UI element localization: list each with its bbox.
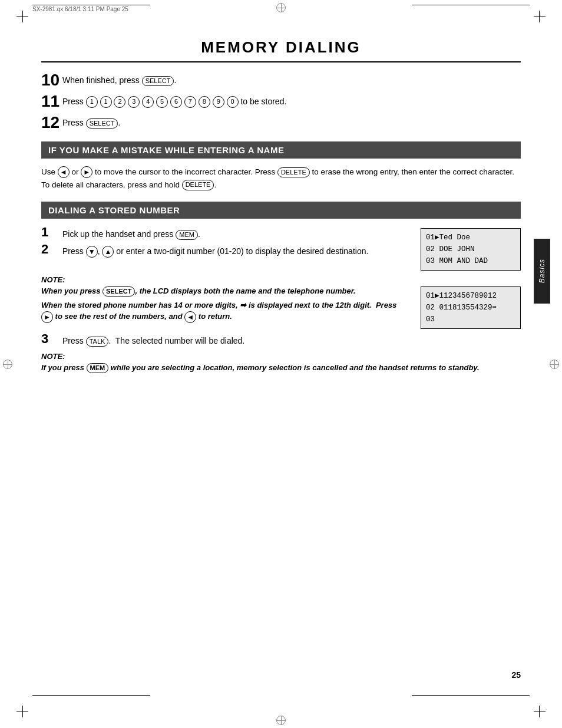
lcd-displays: 01▶Ted Doe 02 DOE JOHN 03 MOM AND DAD: [421, 228, 521, 271]
left-arrow-note: ◄: [184, 311, 196, 323]
dialing-step-2: 2 Press ▼, ▲ or enter a two-digit number…: [41, 243, 406, 258]
main-content: MEMORY DIALING 10 When finished, press S…: [41, 32, 521, 687]
sidebar-tab: Basics: [534, 239, 550, 304]
lcd-display-2-wrapper: 01▶1123456789012 02 011813554329➡ 03: [421, 286, 521, 329]
lcd-display-1: 01▶Ted Doe 02 DOE JOHN 03 MOM AND DAD: [421, 228, 521, 271]
key-3: 3: [128, 96, 140, 108]
mem-key-1: MEM: [176, 230, 198, 240]
dialing-step-1-content: Pick up the handset and press MEM.: [62, 226, 406, 241]
up-arrow-key: ▲: [102, 246, 114, 258]
note1-text-col: When you press SELECT, the LCD displays …: [41, 285, 406, 323]
dialing-step-3-content: Press TALK. The selected number will be …: [62, 332, 521, 347]
dialing-step-3: 3 Press TALK. The selected number will b…: [41, 332, 521, 347]
step-11: 11 Press 1 1 2 3 4 5 6 7 8 9 0 to be sto…: [41, 93, 521, 110]
key-5: 5: [156, 96, 168, 108]
section1-header: IF YOU MAKE A MISTAKE WHILE ENTERING A N…: [41, 141, 521, 159]
step-12-number: 12: [41, 114, 62, 131]
dialing-step-2-content: Press ▼, ▲ or enter a two-digit number (…: [62, 243, 406, 258]
step-11-content: Press 1 1 2 3 4 5 6 7 8 9 0 to be stored…: [62, 93, 521, 108]
page-title: MEMORY DIALING: [41, 32, 521, 62]
key-0: 0: [227, 96, 239, 108]
key-1b: 1: [100, 96, 112, 108]
section1-body: Use ◄ or ► to move the cursor to the inc…: [41, 166, 521, 191]
step-10-content: When finished, press SELECT.: [62, 72, 521, 87]
key-4: 4: [142, 96, 154, 108]
step-12: 12 Press SELECT.: [41, 114, 521, 131]
step-12-content: Press SELECT.: [62, 114, 521, 129]
note1-section: When you press SELECT, the LCD displays …: [41, 285, 521, 329]
note1-line1: When you press SELECT, the LCD displays …: [41, 285, 406, 297]
key-6: 6: [170, 96, 182, 108]
delete-key-1: DELETE: [277, 167, 310, 177]
select-key-12: SELECT: [86, 118, 118, 129]
dialing-step-2-number: 2: [41, 243, 62, 256]
note1-label: NOTE:: [41, 275, 521, 284]
file-info: SX-2981.qx 6/18/1 3:11 PM Page 25: [32, 6, 128, 12]
down-arrow-key: ▼: [86, 246, 98, 258]
lcd1-line2: 02 DOE JOHN: [426, 243, 515, 255]
right-arrow-note: ►: [41, 311, 53, 323]
sidebar-label: Basics: [538, 259, 546, 283]
note1-line2: When the stored phone number has 14 or m…: [41, 299, 406, 323]
step-10: 10 When finished, press SELECT.: [41, 72, 521, 88]
right-arrow-key: ►: [81, 166, 92, 178]
lcd2-line2: 02 011813554329➡: [426, 302, 515, 314]
step-10-number: 10: [41, 72, 62, 88]
mem-key-note: MEM: [87, 363, 109, 373]
dialing-step-1: 1 Pick up the handset and press MEM.: [41, 226, 406, 241]
select-key-note: SELECT: [103, 286, 135, 297]
step-11-press-label: Press: [62, 97, 86, 106]
lcd-display-2: 01▶1123456789012 02 011813554329➡ 03: [421, 286, 521, 329]
steps-and-displays: 1 Pick up the handset and press MEM. 2 P…: [41, 226, 521, 271]
step-11-number: 11: [41, 93, 62, 110]
section2-header: DIALING A STORED NUMBER: [41, 202, 521, 219]
steps-left-col: 1 Pick up the handset and press MEM. 2 P…: [41, 226, 406, 260]
note2-text: If you press MEM while you are selecting…: [41, 362, 521, 374]
key-8: 8: [199, 96, 210, 108]
note2-label: NOTE:: [41, 352, 521, 361]
lcd2-line3: 03: [426, 314, 515, 325]
dialing-step-1-number: 1: [41, 226, 62, 239]
lcd2-line1: 01▶1123456789012: [426, 290, 515, 302]
lcd1-line3: 03 MOM AND DAD: [426, 255, 515, 267]
key-1a: 1: [86, 96, 98, 108]
select-key-10: SELECT: [142, 76, 174, 86]
talk-key: TALK: [86, 337, 109, 347]
page-header-info: SX-2981.qx 6/18/1 3:11 PM Page 25: [32, 6, 128, 12]
dialing-steps: 1 Pick up the handset and press MEM. 2 P…: [41, 226, 521, 374]
key-9: 9: [213, 96, 224, 108]
left-arrow-key: ◄: [58, 166, 70, 178]
key-2: 2: [114, 96, 125, 108]
dialing-step-3-number: 3: [41, 332, 62, 345]
key-7: 7: [184, 96, 196, 108]
delete-key-2: DELETE: [182, 180, 214, 190]
lcd1-line1: 01▶Ted Doe: [426, 232, 515, 243]
page-number: 25: [511, 670, 521, 680]
